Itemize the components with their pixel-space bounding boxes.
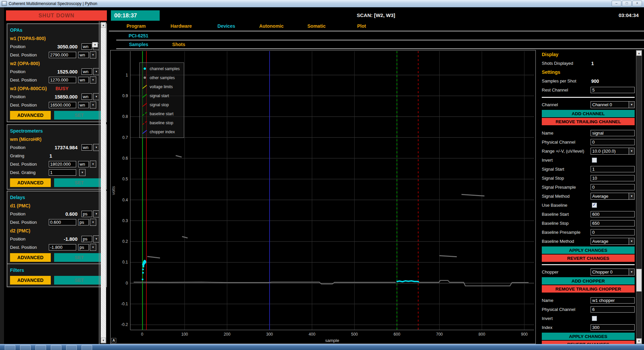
chevron-down-icon[interactable]: ▼ xyxy=(90,244,96,251)
close-button[interactable]: × xyxy=(632,1,642,6)
autoscale-button[interactable]: A xyxy=(111,338,116,343)
chevron-down-icon[interactable]: ▼ xyxy=(629,193,634,199)
set-button[interactable]: SET xyxy=(54,178,104,187)
separator xyxy=(542,264,635,265)
baseline-stop-input[interactable] xyxy=(591,220,635,226)
chevron-down-icon[interactable]: ▼ xyxy=(79,169,86,176)
taskbar-icon[interactable] xyxy=(35,345,46,350)
shutdown-button[interactable]: SHUT DOWN xyxy=(6,10,107,21)
device-header-w2: w2 (OPA-800) xyxy=(10,59,104,67)
chevron-down-icon[interactable]: ▼ xyxy=(629,102,634,108)
scroll-down-icon[interactable]: ▼ xyxy=(101,338,106,343)
range-v-uv-level--select[interactable]: 10.0 (320.0)▼ xyxy=(591,148,635,155)
tab-devices[interactable]: Devices xyxy=(204,23,249,29)
set-button[interactable]: SET xyxy=(54,111,104,120)
row-label: Position xyxy=(10,236,49,241)
dest-position-input[interactable] xyxy=(49,244,76,250)
field-row-physical-channel: Physical Channel xyxy=(542,305,635,314)
settings-scrollbar[interactable]: ▲ ▼ xyxy=(636,50,642,344)
set-button[interactable]: SET xyxy=(54,276,104,285)
subtab-shots[interactable]: Shots xyxy=(159,42,199,47)
maximize-button[interactable]: □ xyxy=(622,1,632,6)
units-value: wn xyxy=(78,102,89,108)
advanced-button[interactable]: ADVANCED xyxy=(10,253,51,262)
taskbar-icon[interactable] xyxy=(66,345,77,350)
row-label: Position xyxy=(10,211,49,216)
tab-pci-6251[interactable]: PCI-6251 xyxy=(129,33,148,38)
add-channel-button[interactable]: ADD CHANNEL xyxy=(542,110,635,117)
device-name: w2 (OPA-800) xyxy=(10,61,40,66)
physical-channel-input[interactable] xyxy=(591,306,635,313)
apply-changes-button[interactable]: APPLY CHANGES xyxy=(542,246,635,254)
dest-position-input[interactable] xyxy=(49,102,76,108)
revert-changes-button[interactable]: REVERT CHANGES xyxy=(542,254,635,262)
scroll-up-icon[interactable]: ▲ xyxy=(101,22,106,28)
taskbar-icon[interactable] xyxy=(5,345,15,350)
channel-select[interactable]: Channel 0▼ xyxy=(591,101,635,108)
scrollbar-track[interactable] xyxy=(636,56,642,338)
chevron-down-icon[interactable]: ▼ xyxy=(90,102,96,109)
panel-header: OPAs xyxy=(10,26,104,34)
remove-trailing-chopper-button[interactable]: REMOVE TRAILING CHOPPER xyxy=(542,285,635,293)
scrollbar-thumb[interactable] xyxy=(636,269,642,292)
chevron-down-icon[interactable]: ▼ xyxy=(629,269,634,275)
invert-checkbox[interactable] xyxy=(592,158,597,163)
shots-displayed-value: 1 xyxy=(591,61,635,66)
tab-hardware[interactable]: Hardware xyxy=(159,23,204,29)
sample-plot[interactable]: -0.2-0.100.10.20.30.40.50.60.70.80.91010… xyxy=(110,50,536,344)
windows-taskbar[interactable] xyxy=(0,344,644,350)
remove-trailing-channel-button[interactable]: REMOVE TRAILING CHANNEL xyxy=(542,118,635,125)
index-input[interactable] xyxy=(591,324,635,331)
signal-presample-input[interactable] xyxy=(591,184,635,190)
set-button[interactable]: SET xyxy=(54,253,104,262)
advanced-button[interactable]: ADVANCED xyxy=(10,111,51,120)
scroll-down-icon[interactable]: ▼ xyxy=(636,338,642,344)
tab-autonomic[interactable]: Autonomic xyxy=(249,23,294,29)
collapsed-combo-chevron-icon[interactable]: ▼ xyxy=(92,42,98,47)
sidebar-scrollbar[interactable]: ▲ ▼ xyxy=(101,22,106,343)
dest-position-input[interactable] xyxy=(49,77,76,83)
scrollbar-track[interactable] xyxy=(101,28,106,338)
advanced-button[interactable]: ADVANCED xyxy=(10,178,51,187)
dest-position-input[interactable] xyxy=(49,52,76,58)
chevron-down-icon[interactable]: ▼ xyxy=(90,161,96,168)
dest-grating-input[interactable] xyxy=(49,169,76,176)
taskbar-icon[interactable] xyxy=(51,345,61,350)
advanced-button[interactable]: ADVANCED xyxy=(10,276,51,285)
samples-per-shot-row: Samples per Shot 900 xyxy=(542,76,635,85)
invert-checkbox[interactable] xyxy=(592,316,597,321)
chevron-down-icon[interactable]: ▼ xyxy=(90,219,96,226)
add-chopper-button[interactable]: ADD CHOPPER xyxy=(542,277,635,285)
tab-somatic[interactable]: Somatic xyxy=(294,23,339,29)
dest-position-input[interactable] xyxy=(49,161,76,167)
tabs-underline xyxy=(109,31,644,31)
physical-channel-input[interactable] xyxy=(591,139,635,145)
minimize-button[interactable]: – xyxy=(612,1,621,6)
taskbar-icon[interactable] xyxy=(82,345,92,350)
subtab-samples[interactable]: Samples xyxy=(119,42,159,47)
tab-program[interactable]: Program xyxy=(114,23,159,29)
units-value: ps xyxy=(82,236,92,242)
name-input[interactable] xyxy=(591,297,635,304)
chevron-down-icon[interactable]: ▼ xyxy=(629,148,634,154)
taskbar-icon[interactable] xyxy=(20,345,31,350)
baseline-presample-input[interactable] xyxy=(591,229,635,235)
signal-stop-input[interactable] xyxy=(591,175,635,181)
dest-position-input[interactable] xyxy=(49,219,76,225)
baseline-method-select[interactable]: Average▼ xyxy=(591,238,635,245)
rest-channel-input[interactable] xyxy=(591,87,635,93)
units-value: ps xyxy=(82,211,92,217)
baseline-start-input[interactable] xyxy=(591,211,635,217)
tab-plot[interactable]: Plot xyxy=(339,23,384,29)
chevron-down-icon[interactable]: ▼ xyxy=(90,51,96,58)
chopper-select[interactable]: Chopper 0▼ xyxy=(591,269,635,276)
apply-changes-button[interactable]: APPLY CHANGES xyxy=(542,333,635,340)
chevron-down-icon[interactable]: ▼ xyxy=(90,76,96,83)
chevron-down-icon[interactable]: ▼ xyxy=(629,238,634,244)
signal-start-input[interactable] xyxy=(591,166,635,172)
signal-method-select[interactable]: Average▼ xyxy=(591,193,635,200)
use-baseline-checkbox[interactable] xyxy=(592,203,597,208)
units-value: wn xyxy=(82,144,92,151)
scroll-up-icon[interactable]: ▲ xyxy=(636,50,642,56)
name-input[interactable] xyxy=(591,130,635,136)
